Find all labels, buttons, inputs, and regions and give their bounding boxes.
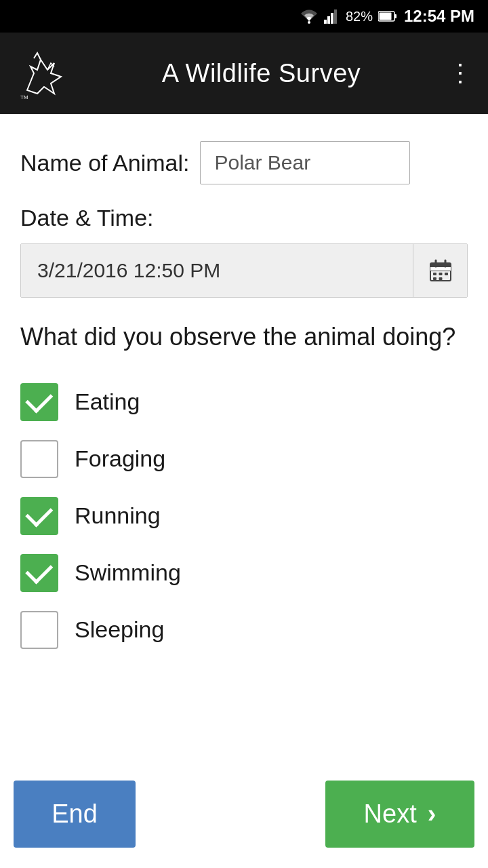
status-icons: 82%	[300, 9, 397, 24]
checkbox-running[interactable]	[20, 497, 58, 535]
svg-rect-15	[433, 273, 436, 275]
checkbox-label-sleeping: Sleeping	[75, 616, 164, 643]
svg-rect-19	[439, 277, 442, 280]
svg-rect-12	[430, 267, 451, 271]
svg-rect-17	[445, 273, 448, 275]
checkbox-item-sleeping[interactable]: Sleeping	[20, 601, 468, 658]
main-content: Name of Animal: Date & Time: 3/21/2016 1…	[0, 114, 488, 767]
checkbox-item-running[interactable]: Running	[20, 488, 468, 545]
checkbox-item-eating[interactable]: Eating	[20, 374, 468, 431]
calendar-button[interactable]	[413, 244, 467, 297]
svg-text:TM: TM	[20, 94, 28, 100]
datetime-value: 3/21/2016 12:50 PM	[21, 244, 413, 297]
checkbox-label-swimming: Swimming	[75, 559, 181, 586]
next-button[interactable]: Next ›	[325, 781, 474, 848]
svg-rect-4	[334, 9, 337, 24]
next-label: Next	[364, 800, 417, 829]
status-time: 12:54 PM	[404, 7, 474, 26]
app-logo: TM	[14, 43, 75, 104]
signal-icon	[324, 9, 340, 24]
activities-list: EatingForagingRunningSwimmingSleeping	[20, 374, 468, 658]
bottom-bar: End Next ›	[0, 767, 488, 868]
checkbox-swimming[interactable]	[20, 554, 58, 592]
svg-rect-2	[327, 16, 330, 24]
end-button[interactable]: End	[14, 781, 136, 848]
checkbox-label-eating: Eating	[75, 389, 140, 415]
status-bar: 82% 12:54 PM	[0, 0, 488, 33]
svg-rect-16	[439, 273, 442, 275]
animal-field-row: Name of Animal:	[20, 141, 468, 184]
datetime-section: Date & Time: 3/21/2016 12:50 PM	[20, 205, 468, 321]
app-bar: TM A Wildlife Survey ⋮	[0, 33, 488, 114]
svg-rect-1	[324, 20, 327, 24]
battery-percentage: 82%	[346, 9, 373, 24]
battery-icon	[378, 11, 397, 22]
svg-rect-3	[331, 13, 333, 24]
calendar-icon	[428, 258, 453, 283]
overflow-menu-icon[interactable]: ⋮	[448, 59, 474, 87]
checkbox-label-foraging: Foraging	[75, 446, 165, 472]
checkbox-sleeping[interactable]	[20, 611, 58, 649]
svg-rect-18	[433, 277, 436, 280]
wifi-icon	[300, 9, 319, 24]
svg-rect-7	[379, 13, 391, 20]
svg-point-0	[308, 21, 310, 24]
checkbox-foraging[interactable]	[20, 440, 58, 478]
next-chevron-icon: ›	[428, 800, 436, 829]
animal-label: Name of Animal:	[20, 150, 189, 176]
animal-input[interactable]	[200, 141, 410, 184]
datetime-row: 3/21/2016 12:50 PM	[20, 243, 468, 298]
app-title: A Wildlife Survey	[75, 59, 448, 88]
datetime-label: Date & Time:	[20, 205, 468, 231]
checkbox-label-running: Running	[75, 502, 161, 529]
question-text: What did you observe the animal doing?	[20, 321, 468, 353]
checkbox-eating[interactable]	[20, 383, 58, 421]
checkbox-item-swimming[interactable]: Swimming	[20, 545, 468, 601]
checkbox-item-foraging[interactable]: Foraging	[20, 431, 468, 488]
svg-rect-6	[394, 14, 396, 18]
